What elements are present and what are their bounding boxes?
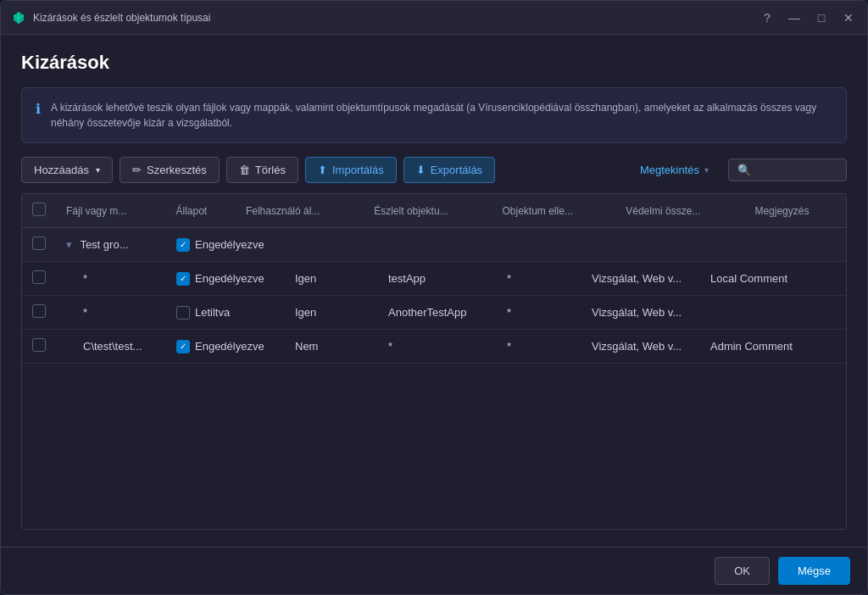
edit-button-label: Szerkesztés (147, 164, 207, 176)
edit-icon: ✏ (132, 164, 142, 176)
row-comment-cell (700, 296, 846, 330)
row-detected-cell: testApp (378, 262, 497, 296)
row-checkbox[interactable] (32, 338, 46, 352)
exclusions-table: Fájl vagy m... Állapot Felhasználó ál...… (22, 194, 846, 228)
row-user-cell: Igen (285, 296, 378, 330)
row-name-cell: ▾ Test gro... (56, 228, 166, 262)
import-button-label: Importálás (332, 164, 384, 176)
row-status-cell: ✓ Engedélyezve (166, 228, 285, 262)
add-button[interactable]: Hozzáadás (21, 157, 113, 183)
row-name-cell: * (56, 262, 166, 296)
info-text: A kizárások lehetővé teszik olyan fájlok… (51, 100, 832, 131)
row-status-checkbox[interactable] (176, 306, 190, 320)
row-name-cell: C\test\test... (56, 330, 166, 364)
row-defense-cell: Vizsgálat, Web v... (581, 296, 700, 330)
view-button[interactable]: Megtekintés ▾ (627, 157, 721, 183)
info-icon: ℹ (36, 101, 41, 117)
row-status: Letiltva (195, 306, 230, 319)
row-defense-cell: Vizsgálat, Web v... (581, 262, 700, 296)
window-title: Kizárások és észlelt objektumok típusai (33, 12, 759, 24)
row-user-cell: Nem (285, 330, 378, 364)
col-user: Felhasználó ál... (236, 194, 364, 228)
row-detected-cell (378, 228, 497, 262)
info-box: ℹ A kizárások lehetővé teszik olyan fájl… (21, 87, 847, 143)
help-button[interactable]: ? (759, 9, 776, 26)
search-icon: 🔍 (737, 164, 751, 176)
export-icon: ⬇ (416, 164, 426, 176)
row-checkbox[interactable] (32, 270, 46, 284)
col-detected: Észlelt objektu... (364, 194, 492, 228)
import-button[interactable]: ⬆ Importálás (305, 157, 397, 183)
table-header: Fájl vagy m... Állapot Felhasználó ál...… (22, 194, 846, 228)
table-row[interactable]: * Letiltva Igen AnotherTestApp * (22, 296, 846, 330)
table-row[interactable]: * ✓ Engedélyezve Igen testApp * (22, 262, 846, 296)
export-button[interactable]: ⬇ Exportálás (403, 157, 495, 183)
app-logo (11, 10, 26, 25)
row-checkbox[interactable] (32, 236, 46, 250)
row-name: C\test\test... (83, 340, 142, 353)
row-status-cell: Letiltva (166, 296, 285, 330)
col-comment: Megjegyzés (744, 194, 846, 228)
row-comment-cell: Local Comment (700, 262, 846, 296)
expand-icon[interactable]: ▾ (66, 238, 72, 251)
row-name: * (83, 272, 87, 285)
row-detected-cell: AnotherTestApp (378, 296, 497, 330)
row-status-cell: ✓ Engedélyezve (166, 330, 285, 364)
row-user-cell: Igen (285, 262, 378, 296)
window-controls: ? — □ ✕ (759, 9, 857, 26)
footer: OK Mégse (1, 547, 867, 594)
close-button[interactable]: ✕ (840, 9, 857, 26)
row-detected-cell: * (378, 330, 497, 364)
table-body: ▾ Test gro... ✓ Engedélyezve (22, 228, 846, 364)
table-row[interactable]: C\test\test... ✓ Engedélyezve Nem * * (22, 330, 846, 364)
row-checkbox-cell (22, 262, 56, 296)
chevron-down-icon: ▾ (704, 165, 709, 175)
view-button-label: Megtekintés (640, 164, 699, 176)
row-checkbox-cell (22, 228, 56, 262)
row-status-checkbox[interactable]: ✓ (176, 272, 190, 286)
col-status: Állapot (166, 194, 236, 228)
import-icon: ⬆ (318, 164, 327, 176)
table-body-scroll: ▾ Test gro... ✓ Engedélyezve (22, 228, 846, 529)
row-object-cell: * (497, 330, 581, 364)
row-name: * (83, 306, 87, 319)
row-defense-cell (581, 228, 700, 262)
col-defense: Védelmi össze... (615, 194, 744, 228)
minimize-button[interactable]: — (786, 9, 803, 26)
select-all-checkbox[interactable] (32, 203, 46, 216)
row-object-cell: * (497, 296, 581, 330)
select-all-header (22, 194, 56, 228)
search-box[interactable]: 🔍 (728, 158, 847, 181)
row-user-cell (285, 228, 378, 262)
row-checkbox[interactable] (32, 304, 46, 318)
delete-button-label: Törlés (255, 164, 286, 176)
row-status: Engedélyezve (195, 272, 264, 285)
row-checkbox-cell (22, 296, 56, 330)
main-content: Kizárások ℹ A kizárások lehetővé teszik … (1, 35, 867, 547)
cancel-button[interactable]: Mégse (778, 557, 850, 585)
col-object: Objektum elle... (492, 194, 615, 228)
add-button-label: Hozzáadás (34, 164, 89, 176)
row-object-cell: * (497, 262, 581, 296)
col-file: Fájl vagy m... (56, 194, 166, 228)
edit-button[interactable]: ✏ Szerkesztés (120, 157, 220, 183)
page-title: Kizárások (21, 52, 847, 74)
row-status: Engedélyezve (195, 238, 264, 251)
row-name-cell: * (56, 296, 166, 330)
maximize-button[interactable]: □ (813, 9, 830, 26)
table-container: Fájl vagy m... Állapot Felhasználó ál...… (21, 193, 847, 530)
row-comment-cell: Admin Comment (700, 330, 846, 364)
search-input[interactable] (756, 164, 837, 176)
row-status: Engedélyezve (195, 340, 264, 353)
row-comment-cell (700, 228, 846, 262)
ok-button[interactable]: OK (715, 557, 770, 585)
row-status-cell: ✓ Engedélyezve (166, 262, 285, 296)
row-status-checkbox[interactable]: ✓ (176, 238, 190, 252)
table-row[interactable]: ▾ Test gro... ✓ Engedélyezve (22, 228, 846, 262)
row-status-checkbox[interactable]: ✓ (176, 340, 190, 353)
title-bar: Kizárások és észlelt objektumok típusai … (1, 1, 867, 35)
toolbar: Hozzáadás ✏ Szerkesztés 🗑 Törlés ⬆ Impor… (21, 157, 847, 183)
main-window: Kizárások és észlelt objektumok típusai … (0, 0, 868, 595)
delete-button[interactable]: 🗑 Törlés (226, 157, 298, 183)
row-checkbox-cell (22, 330, 56, 364)
